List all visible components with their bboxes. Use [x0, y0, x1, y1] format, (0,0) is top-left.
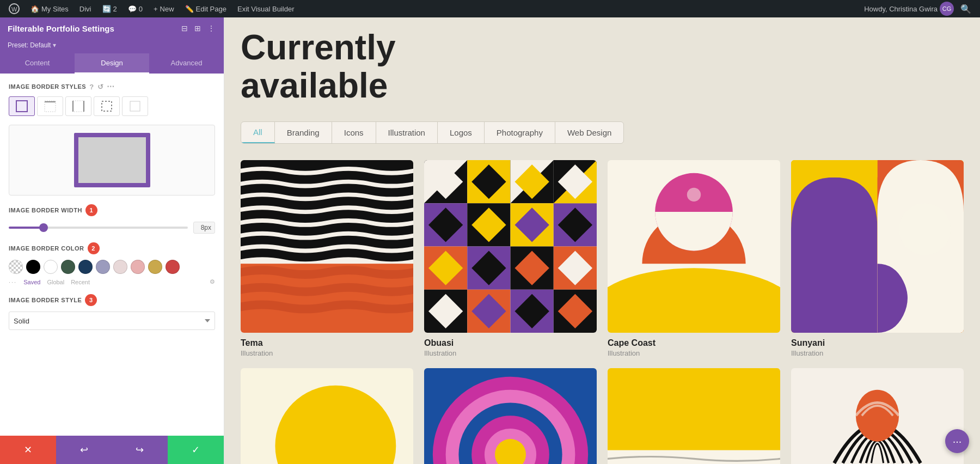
image-border-width-section: Image Border Width 1 8px	[9, 204, 215, 234]
badge-1: 1	[85, 204, 97, 216]
border-style-select[interactable]: Solid Dashed Dotted Double Groove	[9, 312, 215, 330]
portfolio-item-ashaiman[interactable]: Ashaiman Illustration	[241, 368, 413, 464]
image-border-style-section: Image Border Style 3 Solid Dashed Dotted…	[9, 294, 215, 330]
portfolio-item-tamale[interactable]: Tamale Illustration	[791, 368, 964, 464]
border-style-none-btn[interactable]	[122, 96, 148, 116]
color-swatch-red[interactable]	[166, 260, 180, 274]
border-style-top-btn[interactable]	[37, 96, 63, 116]
filter-tab-web-design[interactable]: Web Design	[555, 122, 623, 143]
redo-button[interactable]: ↪	[112, 436, 168, 464]
filter-tab-photography[interactable]: Photography	[485, 122, 555, 143]
exit-visual-builder-button[interactable]: Exit Visual Builder	[233, 0, 299, 17]
badge-3: 3	[85, 294, 97, 306]
page-heading: Currently available	[241, 28, 964, 105]
comments-menu[interactable]: 💬 0	[124, 0, 147, 17]
user-greeting[interactable]: Howdy, Christina Gwira CG 🔍	[860, 0, 976, 17]
redo-icon: ↪	[136, 444, 144, 456]
border-width-value[interactable]: 8px	[193, 222, 215, 234]
undo-button[interactable]: ↩	[56, 436, 112, 464]
portfolio-item-sunyani[interactable]: Sunyani Illustration	[791, 160, 964, 357]
slider-thumb[interactable]	[39, 223, 48, 232]
filter-tabs: All Branding Icons Illustration Logos Ph…	[241, 121, 624, 144]
svg-point-50	[608, 268, 780, 333]
portfolio-cat-sunyani: Illustration	[791, 349, 964, 357]
svg-rect-9	[130, 101, 140, 111]
main-layout: Filterable Portfolio Settings ⊟ ⊞ ⋮ Pres…	[0, 17, 980, 464]
cancel-button[interactable]: ✕	[0, 436, 56, 464]
color-swatch-white[interactable]	[44, 260, 58, 274]
search-icon[interactable]: 🔍	[960, 4, 971, 14]
more-options-icon[interactable]: ⋮	[206, 23, 216, 34]
wp-admin-bar: W 🏠 My Sites Divi 🔄 2 💬 0 + New ✏️ Edit …	[0, 0, 980, 17]
image-border-width-label: Image Border Width 1	[9, 204, 215, 216]
portfolio-item-cape-coast[interactable]: Cape Coast Illustration	[608, 160, 780, 357]
color-tab-global[interactable]: Global	[47, 279, 64, 285]
minimize-icon[interactable]: ⊟	[180, 23, 189, 34]
portfolio-item-tema[interactable]: Tema Illustration	[241, 160, 413, 357]
color-swatch-pink[interactable]	[131, 260, 145, 274]
new-content-menu[interactable]: + New	[149, 0, 179, 17]
filter-tab-icons[interactable]: Icons	[332, 122, 376, 143]
color-swatch-dark-blue[interactable]	[78, 260, 93, 274]
portfolio-cat-cape-coast: Illustration	[608, 349, 780, 357]
panel-content: Image Border Styles ? ↺ ⋯	[0, 74, 224, 436]
color-tab-recent[interactable]: Recent	[71, 279, 90, 285]
updates-menu[interactable]: 🔄 2	[98, 0, 121, 17]
portfolio-thumb-tema	[241, 160, 413, 333]
tab-design[interactable]: Design	[75, 53, 149, 74]
color-tabs: ··· Saved Global Recent ⚙	[9, 278, 215, 285]
filter-tab-branding[interactable]: Branding	[275, 122, 332, 143]
more-swatches-btn[interactable]: ···	[9, 279, 17, 285]
color-swatch-light-pink[interactable]	[113, 260, 127, 274]
color-swatch-lavender[interactable]	[96, 260, 110, 274]
filter-tab-logos[interactable]: Logos	[438, 122, 485, 143]
svg-point-56	[899, 203, 951, 255]
filter-tab-illustration[interactable]: Illustration	[376, 122, 438, 143]
color-swatch-transparent[interactable]	[9, 260, 23, 274]
portfolio-cat-tema: Illustration	[241, 349, 413, 357]
more-options-icon[interactable]: ⋯	[107, 82, 115, 91]
confirm-button[interactable]: ✓	[168, 436, 224, 464]
border-style-solid-btn[interactable]	[9, 96, 35, 116]
portfolio-thumb-takoradi	[424, 368, 597, 464]
color-swatch-dark-green[interactable]	[61, 260, 75, 274]
tab-advanced[interactable]: Advanced	[149, 53, 224, 74]
color-swatch-gold[interactable]	[148, 260, 162, 274]
portfolio-item-sekondi[interactable]: Sekondi Illustration	[608, 368, 780, 464]
help-icon[interactable]: ?	[89, 83, 94, 91]
image-border-styles-section: Image Border Styles ? ↺ ⋯	[9, 82, 215, 116]
border-width-slider-row: 8px	[9, 222, 215, 234]
panel-preset: Preset: Default ▾	[0, 39, 224, 53]
tab-content[interactable]: Content	[0, 53, 75, 74]
my-sites-menu[interactable]: 🏠 My Sites	[26, 0, 73, 17]
cancel-icon: ✕	[24, 444, 32, 456]
updates-icon: 🔄	[102, 5, 111, 13]
undo-icon: ↩	[80, 444, 88, 456]
border-width-slider[interactable]	[9, 227, 188, 229]
portfolio-item-obuasi[interactable]: Obuasi Illustration	[424, 160, 597, 357]
portfolio-item-takoradi[interactable]: Takoradi Illustration	[424, 368, 597, 464]
reset-icon[interactable]: ↺	[97, 83, 104, 91]
border-style-select-row: Solid Dashed Dotted Double Groove	[9, 312, 215, 330]
image-border-styles-label: Image Border Styles ? ↺ ⋯	[9, 82, 215, 91]
home-icon: 🏠	[30, 5, 39, 13]
portfolio-thumb-sekondi	[608, 368, 780, 464]
filter-tab-all[interactable]: All	[241, 122, 275, 143]
edit-page-link[interactable]: ✏️ Edit Page	[181, 0, 231, 17]
svg-rect-55	[791, 160, 878, 178]
portfolio-thumb-sunyani	[791, 160, 964, 333]
layout-icon[interactable]: ⊞	[193, 23, 202, 34]
comments-icon: 💬	[128, 5, 137, 13]
floating-action-button[interactable]: ···	[945, 429, 969, 453]
border-style-dotted-btn[interactable]	[94, 96, 120, 116]
color-swatches	[9, 260, 215, 274]
divi-menu[interactable]: Divi	[75, 0, 96, 17]
svg-rect-8	[102, 101, 112, 111]
color-swatch-black[interactable]	[26, 260, 40, 274]
color-settings-icon[interactable]: ⚙	[210, 278, 215, 285]
avatar: CG	[940, 2, 954, 16]
color-tab-saved[interactable]: Saved	[23, 279, 40, 285]
badge-2: 2	[88, 242, 100, 254]
wp-logo[interactable]: W	[4, 0, 24, 17]
border-style-sides-btn[interactable]	[65, 96, 91, 116]
